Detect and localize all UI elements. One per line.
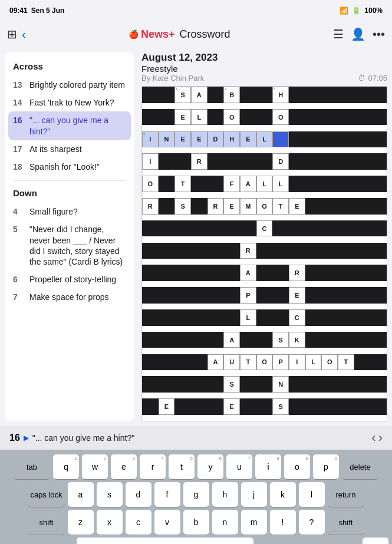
cell-9-7[interactable]: A: [240, 265, 256, 281]
key-f[interactable]: f: [154, 482, 180, 507]
cell-13-10[interactable]: I: [289, 354, 305, 371]
cell-5-3[interactable]: T: [174, 176, 191, 192]
key-a[interactable]: a: [68, 482, 94, 507]
cell-12-6[interactable]: A: [223, 332, 240, 348]
cell-13-6[interactable]: U: [223, 354, 240, 371]
cell-12-10[interactable]: K: [289, 332, 305, 348]
cell-9-10[interactable]: R: [289, 265, 305, 281]
cell-11-10[interactable]: C: [289, 309, 305, 326]
keyboard-dismiss-key[interactable]: ⌨: [363, 538, 388, 544]
cell-1-6[interactable]: 2B: [223, 87, 240, 103]
cell-3-7[interactable]: E: [240, 131, 256, 148]
cell-2-6[interactable]: O: [223, 109, 240, 126]
key-c[interactable]: c: [126, 510, 151, 535]
key-u[interactable]: 7u: [226, 454, 252, 479]
key-m[interactable]: m: [241, 510, 267, 535]
space-key[interactable]: [77, 538, 253, 544]
cell-13-5[interactable]: A: [207, 354, 224, 371]
cell-7-8[interactable]: C: [256, 220, 273, 237]
key-i[interactable]: 8i: [255, 454, 281, 479]
return-key[interactable]: return: [328, 482, 364, 507]
cell-13-11[interactable]: L: [305, 354, 322, 371]
cell-4-1[interactable]: I: [142, 153, 159, 170]
clue-across-16[interactable]: 16"... can you give me a hint?": [8, 111, 131, 140]
back-icon[interactable]: ‹: [22, 28, 26, 41]
cell-2-4[interactable]: L: [191, 109, 207, 126]
delete-key[interactable]: delete: [342, 454, 378, 479]
symbols-right-key[interactable]: .?123: [289, 538, 326, 544]
key-exclaim[interactable]: !: [270, 510, 296, 535]
cell-4-4[interactable]: R: [191, 153, 207, 170]
cell-14-9[interactable]: N: [272, 376, 289, 393]
cell-13-8[interactable]: O: [256, 354, 273, 371]
cell-5-1[interactable]: O: [142, 176, 159, 192]
key-w[interactable]: 2w: [82, 454, 108, 479]
cell-8-7[interactable]: R: [240, 243, 256, 259]
symbols-left-key[interactable]: .?123: [4, 538, 40, 544]
cell-3-1[interactable]: 4I: [142, 131, 159, 148]
cell-13-7[interactable]: T: [240, 354, 256, 371]
cell-3-6[interactable]: H: [223, 131, 240, 148]
prev-clue-button[interactable]: ‹: [371, 430, 375, 446]
key-q[interactable]: 1q: [53, 454, 79, 479]
clue-down-6[interactable]: 6Propeller of story-telling: [5, 271, 134, 288]
cell-3-9[interactable]: [272, 131, 289, 148]
key-k[interactable]: k: [270, 482, 296, 507]
cell-3-4[interactable]: E: [191, 131, 207, 148]
key-p[interactable]: 0p: [313, 454, 339, 479]
cell-3-2[interactable]: N: [159, 131, 175, 148]
clue-down-7[interactable]: 7Make space for props: [5, 288, 134, 306]
key-question[interactable]: ?: [299, 510, 325, 535]
list-icon[interactable]: ☰: [333, 27, 344, 41]
shift-right-key[interactable]: shift: [328, 510, 364, 535]
cell-6-5[interactable]: R: [207, 198, 224, 215]
key-h[interactable]: h: [212, 482, 238, 507]
cell-6-3[interactable]: S: [174, 198, 191, 215]
key-y[interactable]: 6y: [197, 454, 223, 479]
cell-10-7[interactable]: P: [240, 287, 256, 304]
cell-2-9[interactable]: O: [272, 109, 289, 126]
tab-key[interactable]: tab: [14, 454, 50, 479]
cell-4-9[interactable]: D: [272, 153, 289, 170]
clue-across-13[interactable]: 13Brightly colored party item: [5, 76, 134, 94]
key-d[interactable]: d: [126, 482, 151, 507]
shift-left-key[interactable]: shift: [28, 510, 65, 535]
crossword-grid[interactable]: 1SA2B3HELOO4INEEDHELIRDOTFALLRSREMOTECRA…: [141, 86, 387, 421]
more-icon[interactable]: •••: [373, 28, 385, 41]
cell-6-9[interactable]: T: [272, 198, 289, 215]
cell-6-10[interactable]: E: [289, 198, 305, 215]
cell-3-5[interactable]: D: [207, 131, 224, 148]
key-o[interactable]: 9o: [284, 454, 310, 479]
cell-3-8[interactable]: L: [256, 131, 273, 148]
key-r[interactable]: 4r: [140, 454, 166, 479]
cell-3-3[interactable]: E: [174, 131, 191, 148]
key-v[interactable]: v: [154, 510, 180, 535]
cell-5-8[interactable]: L: [256, 176, 273, 192]
cell-15-6[interactable]: E: [223, 398, 240, 415]
clue-across-17[interactable]: 17At its sharpest: [5, 140, 134, 158]
cell-1-3[interactable]: 1S: [174, 87, 191, 103]
key-n[interactable]: n: [212, 510, 238, 535]
clue-across-14[interactable]: 14Fast 'trak to New York?: [5, 94, 134, 111]
key-g[interactable]: g: [183, 482, 209, 507]
cell-13-12[interactable]: O: [321, 354, 338, 371]
key-l[interactable]: l: [299, 482, 325, 507]
cell-1-9[interactable]: 3H: [272, 87, 289, 103]
cell-11-7[interactable]: L: [240, 309, 256, 326]
key-z[interactable]: z: [68, 510, 94, 535]
person-icon[interactable]: 👤: [351, 27, 365, 41]
next-clue-button[interactable]: ›: [378, 430, 383, 446]
cell-6-7[interactable]: M: [240, 198, 256, 215]
cell-1-4[interactable]: A: [191, 87, 207, 103]
cell-15-9[interactable]: S: [272, 398, 289, 415]
cell-13-9[interactable]: P: [272, 354, 289, 371]
cell-6-1[interactable]: R: [142, 198, 159, 215]
capslock-key[interactable]: caps lock: [28, 482, 65, 507]
clue-down-4[interactable]: 4Small figure?: [5, 203, 134, 220]
cell-14-6[interactable]: S: [223, 376, 240, 393]
cell-10-10[interactable]: E: [289, 287, 305, 304]
clue-down-5[interactable]: 5"Never did I change, never been ___ / N…: [5, 220, 134, 271]
cell-13-13[interactable]: T: [338, 354, 354, 371]
cell-6-6[interactable]: E: [223, 198, 240, 215]
clue-across-18[interactable]: 18Spanish for "Look!": [5, 158, 134, 176]
